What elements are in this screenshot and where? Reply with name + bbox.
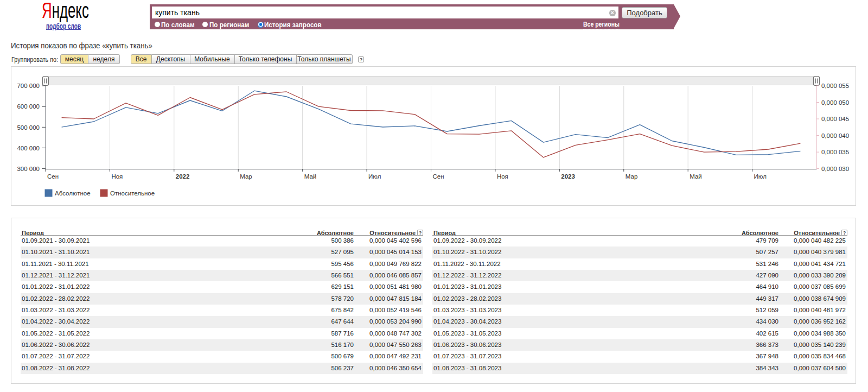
svg-text:Май: Май: [690, 173, 702, 180]
svg-text:600 000: 600 000: [17, 103, 40, 110]
svg-text:2023: 2023: [561, 173, 575, 180]
svg-text:Мар: Мар: [240, 173, 252, 180]
svg-text:500 000: 500 000: [17, 124, 40, 131]
svg-text:0,000 040: 0,000 040: [821, 132, 849, 139]
svg-text:400 000: 400 000: [17, 145, 40, 151]
svg-text:Ноя: Ноя: [497, 173, 508, 180]
svg-text:0,000 050: 0,000 050: [821, 99, 849, 106]
svg-text:Относительное: Относительное: [110, 190, 155, 197]
svg-text:0,000 030: 0,000 030: [821, 166, 849, 172]
svg-text:Абсолютное: Абсолютное: [55, 190, 91, 197]
svg-text:Май: Май: [304, 173, 317, 180]
svg-text:Сен: Сен: [433, 173, 444, 180]
svg-text:Июл: Июл: [368, 173, 381, 180]
svg-text:2022: 2022: [176, 173, 190, 180]
svg-text:Сен: Сен: [47, 173, 59, 180]
svg-text:700 000: 700 000: [17, 83, 40, 89]
svg-text:Мар: Мар: [626, 173, 638, 180]
svg-text:300 000: 300 000: [17, 166, 40, 172]
svg-text:Ноя: Ноя: [111, 173, 123, 180]
svg-text:0,000 045: 0,000 045: [821, 116, 849, 122]
svg-text:0,000 055: 0,000 055: [821, 83, 849, 89]
svg-text:0,000 035: 0,000 035: [821, 149, 849, 155]
svg-text:Июл: Июл: [754, 173, 767, 180]
